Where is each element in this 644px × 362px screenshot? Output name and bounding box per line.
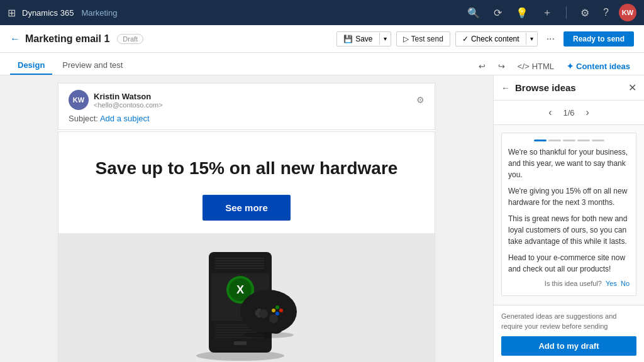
content-ideas-icon: ✦	[567, 62, 574, 71]
help-icon[interactable]: ?	[603, 7, 609, 18]
content-ideas-label: Content ideas	[576, 62, 630, 71]
svg-rect-18	[234, 341, 247, 345]
dot-2	[548, 140, 561, 141]
sub-header: ← Marketing email 1 Draft 💾 Save ▾ ▷ Tes…	[0, 25, 644, 53]
idea-text-3: This is great news for both new and loya…	[508, 213, 630, 247]
email-from-row: KW Kristin Watson <hello@contoso.com> ⚙	[69, 90, 425, 110]
sender-info: Kristin Watson <hello@contoso.com>	[94, 92, 411, 109]
sender-avatar: KW	[69, 90, 89, 110]
tab-design[interactable]: Design	[10, 57, 52, 75]
back-button[interactable]: ←	[10, 33, 20, 45]
tab-preview-label: Preview and test	[62, 60, 123, 70]
panel-back-button[interactable]: ←	[501, 83, 510, 93]
dot-4	[577, 140, 590, 141]
top-nav-bar: ⊞ Dynamics 365 Marketing 🔍 ⟳ 💡 ＋ ⚙ ? KW	[0, 0, 644, 25]
prev-idea-button[interactable]: ‹	[545, 106, 555, 119]
browse-ideas-panel: ← Browse ideas ✕ ‹ 1/6 › We're so thankf…	[493, 75, 644, 362]
idea-text-2: We're giving you 15% off on all new hard…	[508, 185, 630, 208]
grid-icon[interactable]: ⊞	[8, 7, 16, 19]
see-more-button[interactable]: See more	[203, 195, 291, 221]
page-title: Marketing email 1	[25, 33, 109, 45]
save-label: Save	[355, 35, 372, 43]
undo-button[interactable]: ↩	[475, 60, 489, 72]
feedback-question: Is this idea useful?	[545, 280, 602, 287]
tabs-right-actions: ↩ ↪ </> HTML ✦ Content ideas	[475, 60, 634, 75]
html-label: HTML	[532, 62, 554, 71]
panel-content: We're so thankful for your business, and…	[494, 125, 644, 305]
page-indicator: 1/6	[563, 108, 574, 118]
more-options-button[interactable]: ···	[543, 31, 558, 47]
svg-point-28	[272, 309, 275, 312]
tab-design-label: Design	[18, 60, 45, 70]
email-settings-icon[interactable]: ⚙	[416, 95, 425, 105]
save-icon: 💾	[343, 35, 353, 43]
idea-text-4: Head to your e-commerce site now and che…	[508, 252, 630, 275]
feedback-yes[interactable]: Yes	[606, 280, 617, 287]
app-name: Dynamics 365	[22, 8, 74, 18]
test-send-label: Test send	[411, 35, 443, 43]
panel-header: ← Browse ideas ✕	[494, 75, 644, 101]
panel-footer: Generated ideas are suggestions and requ…	[494, 305, 644, 362]
email-hero: Save up to 15% on all new hardware See m…	[58, 132, 435, 233]
svg-point-25	[275, 305, 279, 309]
panel-close-button[interactable]: ✕	[628, 82, 636, 94]
next-idea-button[interactable]: ›	[582, 106, 593, 119]
check-content-main-button[interactable]: ✓ Check content	[456, 32, 526, 46]
avatar[interactable]: KW	[619, 4, 636, 21]
svg-point-26	[279, 309, 283, 312]
main-area: KW Kristin Watson <hello@contoso.com> ⚙ …	[0, 75, 644, 362]
add-icon[interactable]: ＋	[542, 6, 552, 19]
svg-point-31	[243, 332, 294, 338]
sender-email: <hello@contoso.com>	[94, 101, 411, 109]
ready-to-send-label: Ready to send	[573, 35, 625, 43]
email-subject-row: Subject: Add a subject	[69, 114, 425, 123]
nav-divider	[566, 6, 567, 19]
idea-card: We're so thankful for your business, and…	[501, 133, 636, 296]
html-button[interactable]: </> HTML	[514, 60, 558, 72]
sync-icon[interactable]: ⟳	[494, 7, 502, 19]
check-content-label: Check content	[471, 35, 519, 43]
panel-note: Generated ideas are suggestions and requ…	[501, 312, 636, 331]
svg-point-29	[259, 309, 268, 318]
save-split-button[interactable]: 💾 Save ▾	[336, 31, 391, 47]
svg-point-19	[196, 351, 284, 361]
check-content-split-button[interactable]: ✓ Check content ▾	[455, 31, 538, 47]
panel-title: Browse ideas	[515, 82, 623, 93]
canvas-area: KW Kristin Watson <hello@contoso.com> ⚙ …	[0, 75, 493, 362]
test-send-button[interactable]: ▷ Test send	[396, 31, 450, 47]
svg-point-27	[275, 312, 279, 315]
email-header-section: KW Kristin Watson <hello@contoso.com> ⚙ …	[58, 83, 435, 130]
xbox-illustration: X	[158, 239, 335, 362]
save-main-button[interactable]: 💾 Save	[337, 32, 379, 46]
idea-text-1: We're so thankful for your business, and…	[508, 146, 630, 180]
draft-badge: Draft	[117, 34, 143, 44]
save-dropdown-arrow[interactable]: ▾	[379, 33, 391, 45]
idea-feedback: Is this idea useful? Yes No	[508, 280, 630, 287]
add-to-draft-button[interactable]: Add to my draft	[501, 336, 636, 356]
lightbulb-icon[interactable]: 💡	[516, 7, 528, 19]
dot-5	[592, 140, 604, 141]
tabs-bar: Design Preview and test ↩ ↪ </> HTML ✦ C…	[0, 53, 644, 75]
svg-point-30	[269, 314, 278, 323]
subject-label: Subject:	[69, 114, 98, 123]
panel-pagination: ‹ 1/6 ›	[494, 101, 644, 125]
ready-to-send-button[interactable]: Ready to send	[564, 31, 634, 47]
settings-icon[interactable]: ⚙	[580, 7, 589, 19]
app-module: Marketing	[81, 8, 117, 18]
content-ideas-button[interactable]: ✦ Content ideas	[563, 60, 634, 72]
email-image-section: X	[58, 233, 435, 362]
dot-1	[534, 140, 547, 141]
email-headline: Save up to 15% on all new hardware	[71, 157, 422, 180]
sender-name: Kristin Watson	[94, 92, 411, 101]
search-icon[interactable]: 🔍	[467, 7, 480, 19]
feedback-no[interactable]: No	[621, 280, 630, 287]
svg-text:X: X	[236, 283, 244, 296]
check-content-dropdown-arrow[interactable]: ▾	[526, 33, 537, 45]
redo-button[interactable]: ↪	[494, 60, 509, 72]
email-container: KW Kristin Watson <hello@contoso.com> ⚙ …	[58, 83, 435, 362]
svg-rect-2	[211, 255, 269, 273]
test-send-icon: ▷	[403, 35, 409, 43]
html-icon: </>	[518, 62, 530, 71]
tab-preview-and-test[interactable]: Preview and test	[55, 57, 130, 75]
subject-link[interactable]: Add a subject	[100, 114, 150, 123]
